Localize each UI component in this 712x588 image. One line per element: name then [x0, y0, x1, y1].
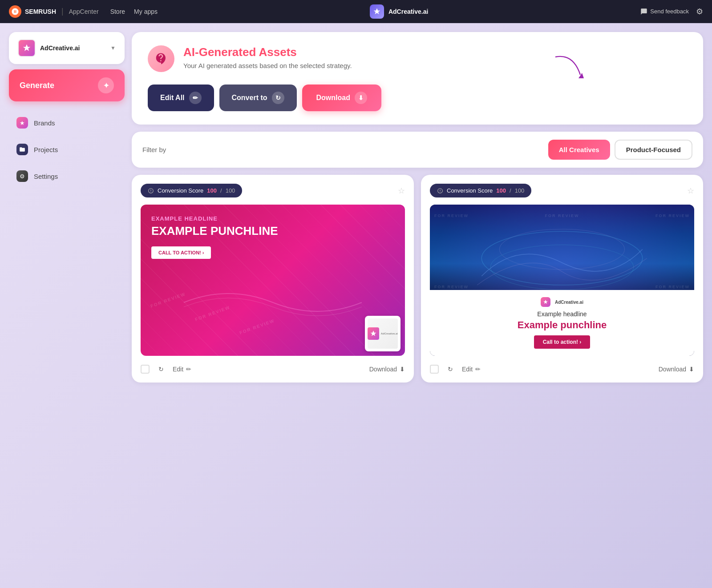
particle-svg — [430, 205, 694, 303]
filter-product-focused[interactable]: Product-Focused — [615, 140, 692, 160]
card-2-actions: ↻ Edit ✏ Download ⬇ — [430, 363, 694, 374]
semrush-icon — [9, 5, 21, 18]
filter-bar: Filter by All Creatives Product-Focused — [132, 132, 703, 168]
app-center-icon — [370, 4, 384, 19]
brand-logo — [18, 39, 36, 57]
filter-right: All Creatives Product-Focused — [548, 140, 692, 160]
arrow-decoration — [552, 50, 587, 85]
page-title: AI-Generated Assets — [183, 45, 352, 59]
card-2-checkbox[interactable] — [430, 365, 439, 374]
svg-point-3 — [490, 245, 633, 289]
header-top: AI-Generated Assets Your AI generated as… — [148, 45, 687, 72]
sidebar-brand[interactable]: AdCreative.ai ▼ — [9, 32, 125, 64]
card-2-download[interactable]: Download ⬇ — [659, 366, 694, 373]
convert-icon: ↻ — [272, 92, 284, 104]
card-2-preview: FOR REVIEW FOR REVIEW FOR REVIEW FOR REV… — [430, 205, 694, 356]
topnav-links: Store My apps — [110, 8, 158, 15]
download-button[interactable]: Download ⬇ — [302, 85, 381, 111]
card-1-edit[interactable]: Edit ✏ — [173, 366, 191, 373]
card-2-punchline: Example punchline — [439, 319, 685, 331]
conversion-score-2: Conversion Score 100 / 100 — [430, 184, 531, 197]
brand-name: AdCreative.ai — [40, 44, 106, 52]
edit-icon: ✏ — [189, 92, 202, 104]
svg-marker-0 — [578, 73, 584, 78]
dark-brand-logo: AdCreative.ai — [439, 297, 685, 307]
filter-label: Filter by — [142, 146, 166, 153]
sidebar-item-projects[interactable]: Projects — [9, 137, 125, 162]
thumbnail-preview-1: AdCreative.ai — [365, 316, 400, 351]
filter-all-creatives[interactable]: All Creatives — [548, 140, 610, 160]
edit-all-button[interactable]: Edit All ✏ — [148, 85, 214, 111]
projects-icon — [16, 144, 28, 155]
dark-preview: FOR REVIEW FOR REVIEW FOR REVIEW FOR REV… — [430, 205, 694, 356]
creative-card-1: Conversion Score 100 / 100 ☆ EXAMPLE HEA… — [132, 175, 414, 383]
card-2-header: Conversion Score 100 / 100 ☆ — [430, 184, 694, 197]
store-link[interactable]: Store — [110, 8, 125, 15]
header-card: AI-Generated Assets Your AI generated as… — [132, 32, 703, 125]
download-icon: ⬇ — [355, 92, 367, 104]
app-center-name: AdCreative.ai — [388, 8, 428, 15]
page-subtitle: Your AI generated assets based on the se… — [183, 62, 352, 69]
filter-left: Filter by — [142, 146, 166, 153]
brands-icon: ★ — [16, 117, 28, 129]
wave-svg — [141, 285, 405, 320]
generate-icon: ✦ — [98, 77, 114, 93]
card-1-download[interactable]: Download ⬇ — [369, 366, 405, 373]
dropdown-arrow-icon: ▼ — [110, 45, 116, 51]
header-text: AI-Generated Assets Your AI generated as… — [183, 45, 352, 69]
settings-icon-top[interactable]: ⚙ — [696, 7, 703, 16]
topnav-right: Send feedback ⚙ — [640, 7, 703, 16]
semrush-label: SEMRUSH — [25, 8, 56, 15]
card-2-refresh[interactable]: ↻ — [448, 366, 453, 373]
card-1-headline: EXAMPLE HEADLINE — [151, 215, 394, 222]
sidebar-nav: ★ Brands Projects ⚙ Settings — [9, 107, 125, 192]
topnav-center: AdCreative.ai — [165, 4, 633, 19]
sidebar: AdCreative.ai ▼ Generate ✦ ★ Brands — [9, 32, 125, 579]
action-buttons: Edit All ✏ Convert to ↻ Download ⬇ — [148, 85, 687, 111]
semrush-logo-group: SEMRUSH | AppCenter — [9, 5, 99, 18]
top-navigation: SEMRUSH | AppCenter Store My apps AdCrea… — [0, 0, 712, 23]
favorite-icon-2[interactable]: ☆ — [687, 186, 694, 196]
dark-card-bottom: AdCreative.ai Example headline Example p… — [430, 290, 694, 356]
card-1-actions: ↻ Edit ✏ Download ⬇ — [141, 363, 405, 374]
card-1-refresh[interactable]: ↻ — [158, 366, 164, 373]
sidebar-item-brands[interactable]: ★ Brands — [9, 110, 125, 135]
header-icon — [148, 45, 174, 72]
feedback-button[interactable]: Send feedback — [640, 8, 689, 15]
card-1-header: Conversion Score 100 / 100 ☆ — [141, 184, 405, 197]
brand-logo-inner — [19, 40, 35, 56]
card-1-preview: EXAMPLE HEADLINE EXAMPLE PUNCHLINE CALL … — [141, 205, 405, 356]
card-2-headline: Example headline — [439, 310, 685, 318]
favorite-icon-1[interactable]: ☆ — [398, 186, 405, 196]
myapps-link[interactable]: My apps — [134, 8, 158, 15]
sidebar-item-settings[interactable]: ⚙ Settings — [9, 164, 125, 189]
card-1-checkbox[interactable] — [141, 365, 150, 374]
card-1-punchline: EXAMPLE PUNCHLINE — [151, 225, 394, 238]
settings-icon: ⚙ — [16, 170, 28, 182]
main-layout: AdCreative.ai ▼ Generate ✦ ★ Brands — [0, 23, 712, 588]
generate-button[interactable]: Generate ✦ — [9, 69, 125, 101]
card-2-edit[interactable]: Edit ✏ — [462, 366, 481, 373]
pink-preview: EXAMPLE HEADLINE EXAMPLE PUNCHLINE CALL … — [141, 205, 405, 356]
convert-to-button[interactable]: Convert to ↻ — [219, 85, 297, 111]
content-area: AI-Generated Assets Your AI generated as… — [132, 32, 703, 579]
cards-grid: Conversion Score 100 / 100 ☆ EXAMPLE HEA… — [132, 175, 703, 383]
card-2-cta[interactable]: Call to action! › — [534, 335, 591, 349]
conversion-score-1: Conversion Score 100 / 100 — [141, 184, 242, 197]
creative-card-2: Conversion Score 100 / 100 ☆ — [421, 175, 703, 383]
appcenter-label: AppCenter — [69, 8, 99, 15]
card-1-cta: CALL TO ACTION! › — [151, 246, 211, 259]
